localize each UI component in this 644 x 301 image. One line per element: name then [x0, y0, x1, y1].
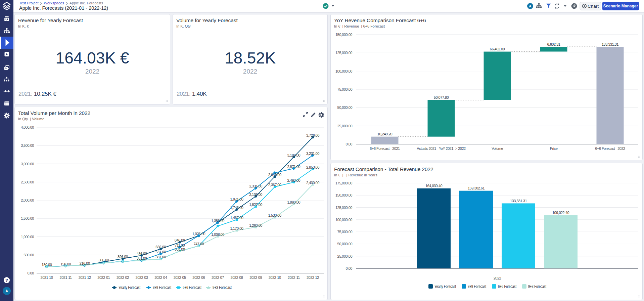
svg-text:4,000.00: 4,000.00: [21, 125, 34, 129]
svg-text:3,186.00: 3,186.00: [287, 153, 300, 157]
svg-text:175,000.00: 175,000.00: [335, 181, 352, 185]
svg-text:2022-07: 2022-07: [212, 275, 224, 280]
svg-text:1,530.00: 1,530.00: [268, 213, 281, 217]
svg-text:Actuals 2021 - YoY 2021 -> 202: Actuals 2021 - YoY 2021 -> 2022: [417, 146, 466, 150]
svg-text:150,000.00: 150,000.00: [335, 193, 352, 197]
svg-text:6+6 Forecast - 2022: 6+6 Forecast - 2022: [595, 146, 625, 150]
svg-text:2,500.00: 2,500.00: [21, 180, 34, 184]
svg-text:75,000.00: 75,000.00: [337, 230, 353, 234]
svg-text:603.00: 603.00: [175, 247, 185, 251]
svg-text:2,106.00: 2,106.00: [249, 192, 262, 197]
svg-text:9+3 Forecast: 9+3 Forecast: [528, 284, 547, 289]
svg-text:Scenario Manager: Scenario Manager: [603, 4, 638, 8]
svg-text:1,008.00: 1,008.00: [211, 232, 224, 236]
svg-text:2,430.00: 2,430.00: [306, 181, 319, 185]
svg-text:3,726.00: 3,726.00: [306, 133, 319, 137]
svg-text:1,746.00: 1,746.00: [230, 206, 243, 210]
svg-text:2021-10: 2021-10: [41, 275, 53, 280]
svg-text:6+6 Forecast: 6+6 Forecast: [498, 284, 517, 289]
svg-text:A: A: [529, 4, 531, 8]
svg-text:2,871.00: 2,871.00: [287, 165, 300, 169]
svg-text:747.00: 747.00: [193, 242, 204, 246]
svg-text:25,000.00: 25,000.00: [337, 254, 353, 258]
svg-text:2022-03: 2022-03: [136, 275, 148, 280]
svg-text:Yearly Forecast: Yearly Forecast: [119, 285, 141, 290]
svg-text:25,000.00: 25,000.00: [337, 124, 353, 128]
svg-text:216.00: 216.00: [80, 261, 90, 265]
svg-text:666.00: 666.00: [155, 245, 166, 249]
svg-text:100,000.00: 100,000.00: [335, 218, 352, 222]
svg-text:2,646.00: 2,646.00: [268, 173, 281, 177]
svg-text:1,260.00: 1,260.00: [249, 223, 262, 227]
svg-text:3+9 Forecast: 3+9 Forecast: [468, 284, 487, 289]
svg-text:486.00: 486.00: [137, 252, 147, 256]
svg-text:2022-04: 2022-04: [154, 275, 167, 280]
svg-text:2,853.00: 2,853.00: [306, 165, 319, 169]
svg-text:1,827.00: 1,827.00: [249, 203, 262, 207]
svg-text:0.00: 0.00: [28, 271, 34, 275]
svg-text:0.00: 0.00: [346, 142, 353, 146]
svg-text:2022-06: 2022-06: [192, 275, 205, 280]
svg-text:50,000.00: 50,000.00: [337, 242, 353, 246]
svg-text:6+6 Forecast: 6+6 Forecast: [183, 285, 202, 290]
svg-text:2021-11: 2021-11: [60, 275, 72, 280]
svg-text:3+9 Forecast: 3+9 Forecast: [153, 285, 172, 290]
svg-text:2022-08: 2022-08: [231, 275, 243, 280]
svg-text:159,302.61: 159,302.61: [468, 186, 485, 190]
svg-text:1,386.00: 1,386.00: [211, 219, 224, 223]
svg-text:A: A: [5, 289, 8, 293]
svg-text:1,467.00: 1,467.00: [230, 216, 243, 220]
svg-text:396.00: 396.00: [118, 255, 128, 259]
svg-text:0.00: 0.00: [346, 266, 353, 270]
svg-text:711.00: 711.00: [175, 243, 185, 247]
svg-text:2022-12: 2022-12: [307, 275, 319, 280]
svg-text:2021-12: 2021-12: [79, 275, 91, 280]
svg-text:50,077.80: 50,077.80: [434, 95, 449, 99]
svg-text:Chart: Chart: [588, 4, 599, 9]
svg-text:1,026.00: 1,026.00: [192, 232, 205, 236]
svg-text:6+6 Forecast - 2021: 6+6 Forecast - 2021: [370, 146, 400, 150]
svg-text:2022: 2022: [494, 276, 501, 280]
svg-text:2022-02: 2022-02: [117, 275, 129, 280]
svg-text:50,000.00: 50,000.00: [337, 105, 353, 110]
svg-text:2022-05: 2022-05: [174, 275, 186, 280]
svg-text:1,000.00: 1,000.00: [21, 235, 34, 239]
svg-text:Price: Price: [550, 146, 558, 150]
svg-text:351.00: 351.00: [137, 256, 147, 260]
svg-text:6,602.31: 6,602.31: [547, 42, 560, 46]
svg-text:Yearly Forecast: Yearly Forecast: [434, 284, 456, 289]
svg-text:3,000.00: 3,000.00: [21, 162, 34, 166]
svg-text:164,030.40: 164,030.40: [425, 184, 442, 188]
svg-text:133,331.31: 133,331.31: [510, 199, 527, 203]
svg-text:133,331.31: 133,331.31: [602, 42, 618, 46]
svg-text:2022-01: 2022-01: [97, 275, 110, 280]
svg-text:109,022.40: 109,022.40: [552, 211, 569, 215]
svg-text:100,000.00: 100,000.00: [335, 69, 352, 73]
svg-text:2,000.00: 2,000.00: [21, 198, 34, 202]
svg-text:3,231.00: 3,231.00: [306, 152, 319, 156]
svg-text:180.00: 180.00: [42, 263, 52, 267]
svg-text:66,402.00: 66,402.00: [490, 47, 505, 51]
svg-text:2022-09: 2022-09: [249, 275, 262, 280]
svg-text:2,367.00: 2,367.00: [268, 183, 281, 187]
svg-text:1,500.00: 1,500.00: [21, 216, 34, 220]
svg-text:1,170.00: 1,170.00: [230, 226, 243, 230]
svg-text:1,971.00: 1,971.00: [230, 197, 243, 201]
svg-text:387.00: 387.00: [155, 255, 166, 259]
svg-text:2,331.00: 2,331.00: [249, 184, 262, 188]
svg-text:2022-10: 2022-10: [269, 275, 281, 280]
svg-text:125,000.00: 125,000.00: [335, 206, 352, 210]
svg-text:150,000.00: 150,000.00: [335, 33, 352, 37]
svg-text:3,500.00: 3,500.00: [21, 143, 34, 147]
svg-text:531.00: 531.00: [155, 250, 166, 254]
svg-text:125,000.00: 125,000.00: [335, 51, 352, 55]
svg-text:2022-11: 2022-11: [288, 275, 300, 280]
svg-text:Volume: Volume: [492, 146, 503, 150]
svg-text:1,890.00: 1,890.00: [287, 200, 300, 204]
svg-text:306.00: 306.00: [98, 258, 109, 262]
svg-text:500.00: 500.00: [24, 253, 34, 257]
svg-text:?: ?: [5, 278, 8, 283]
svg-text:198.00: 198.00: [60, 262, 71, 266]
svg-text:75,000.00: 75,000.00: [337, 87, 353, 91]
svg-text:9+3 Forecast: 9+3 Forecast: [213, 285, 232, 290]
